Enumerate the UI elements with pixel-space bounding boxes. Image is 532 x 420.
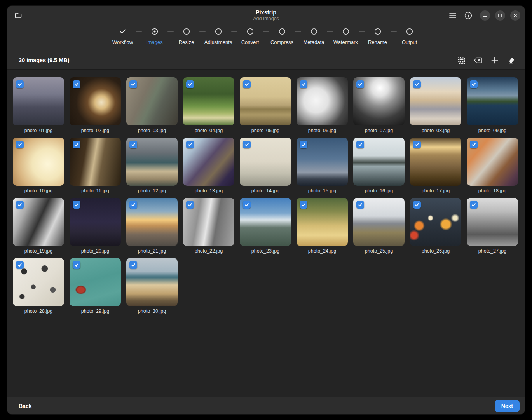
gallery-item[interactable]: photo_07.jpg xyxy=(353,77,405,133)
photo-thumbnail[interactable] xyxy=(13,198,64,246)
gallery-item[interactable]: photo_25.jpg xyxy=(353,198,405,254)
step-metadata[interactable]: Metadata xyxy=(301,27,327,45)
selected-checkbox[interactable] xyxy=(186,141,194,148)
gallery-item[interactable]: photo_21.jpg xyxy=(126,198,178,254)
photo-thumbnail[interactable] xyxy=(183,77,234,125)
photo-thumbnail[interactable] xyxy=(126,198,178,246)
selected-checkbox[interactable] xyxy=(73,141,80,148)
selected-checkbox[interactable] xyxy=(413,201,421,209)
selected-checkbox[interactable] xyxy=(186,80,194,88)
photo-thumbnail[interactable] xyxy=(353,198,405,246)
back-button[interactable]: Back xyxy=(19,400,35,412)
selected-checkbox[interactable] xyxy=(73,80,80,88)
photo-thumbnail[interactable] xyxy=(13,258,64,306)
clear-all-button[interactable] xyxy=(505,54,518,67)
photo-thumbnail[interactable] xyxy=(297,198,348,246)
selected-checkbox[interactable] xyxy=(243,201,251,209)
minimize-button[interactable] xyxy=(480,10,490,21)
gallery-item[interactable]: photo_05.jpg xyxy=(240,77,291,133)
photo-thumbnail[interactable] xyxy=(70,77,121,125)
maximize-button[interactable] xyxy=(495,10,505,21)
photo-thumbnail[interactable] xyxy=(126,258,178,306)
photo-thumbnail[interactable] xyxy=(297,77,348,125)
photo-thumbnail[interactable] xyxy=(240,138,291,186)
gallery-item[interactable]: photo_03.jpg xyxy=(126,77,178,133)
selected-checkbox[interactable] xyxy=(129,201,137,209)
selected-checkbox[interactable] xyxy=(300,80,307,88)
photo-thumbnail[interactable] xyxy=(13,77,64,125)
step-output[interactable]: Output xyxy=(397,27,422,45)
selected-checkbox[interactable] xyxy=(73,201,80,209)
gallery-item[interactable]: photo_11.jpg xyxy=(70,138,121,193)
gallery-item[interactable]: photo_09.jpg xyxy=(467,77,518,133)
gallery-item[interactable]: photo_13.jpg xyxy=(183,138,234,193)
gallery-item[interactable]: photo_28.jpg xyxy=(13,258,64,314)
photo-thumbnail[interactable] xyxy=(410,77,461,125)
photo-thumbnail[interactable] xyxy=(70,198,121,246)
gallery-item[interactable]: photo_08.jpg xyxy=(410,77,461,133)
gallery-item[interactable]: photo_27.jpg xyxy=(467,198,518,254)
gallery-item[interactable]: photo_29.jpg xyxy=(70,258,121,314)
photo-thumbnail[interactable] xyxy=(126,77,178,125)
photo-thumbnail[interactable] xyxy=(70,138,121,186)
step-workflow[interactable]: Workflow xyxy=(110,27,136,45)
selected-checkbox[interactable] xyxy=(73,261,80,269)
selected-checkbox[interactable] xyxy=(413,141,421,148)
remove-selected-button[interactable] xyxy=(471,54,485,67)
gallery-item[interactable]: photo_01.jpg xyxy=(13,77,64,133)
selected-checkbox[interactable] xyxy=(470,141,478,148)
gallery-item[interactable]: photo_15.jpg xyxy=(297,138,348,193)
selected-checkbox[interactable] xyxy=(16,80,24,88)
selected-checkbox[interactable] xyxy=(16,141,24,148)
gallery-item[interactable]: photo_12.jpg xyxy=(126,138,178,193)
gallery-item[interactable]: photo_16.jpg xyxy=(353,138,405,193)
open-folder-button[interactable] xyxy=(12,9,25,22)
photo-thumbnail[interactable] xyxy=(467,138,518,186)
step-watermark[interactable]: Watermark xyxy=(333,27,359,45)
selected-checkbox[interactable] xyxy=(470,201,478,209)
photo-thumbnail[interactable] xyxy=(183,198,234,246)
photo-thumbnail[interactable] xyxy=(410,138,461,186)
selected-checkbox[interactable] xyxy=(243,80,251,88)
about-button[interactable] xyxy=(462,9,475,22)
photo-thumbnail[interactable] xyxy=(13,138,64,186)
selected-checkbox[interactable] xyxy=(470,80,478,88)
gallery-item[interactable]: photo_26.jpg xyxy=(410,198,461,254)
selected-checkbox[interactable] xyxy=(300,201,307,209)
photo-thumbnail[interactable] xyxy=(467,198,518,246)
add-images-button[interactable] xyxy=(488,54,501,67)
gallery-item[interactable]: photo_19.jpg xyxy=(13,198,64,254)
photo-thumbnail[interactable] xyxy=(410,198,461,246)
photo-thumbnail[interactable] xyxy=(353,77,405,125)
selected-checkbox[interactable] xyxy=(186,201,194,209)
selected-checkbox[interactable] xyxy=(129,141,137,148)
photo-thumbnail[interactable] xyxy=(240,77,291,125)
next-button[interactable]: Next xyxy=(495,400,520,412)
gallery-item[interactable]: photo_04.jpg xyxy=(183,77,234,133)
photo-thumbnail[interactable] xyxy=(297,138,348,186)
gallery-item[interactable]: photo_22.jpg xyxy=(183,198,234,254)
gallery-item[interactable]: photo_24.jpg xyxy=(297,198,348,254)
selected-checkbox[interactable] xyxy=(243,141,251,148)
selected-checkbox[interactable] xyxy=(16,201,24,209)
step-convert[interactable]: Convert xyxy=(237,27,263,45)
photo-thumbnail[interactable] xyxy=(126,138,178,186)
step-resize[interactable]: Resize xyxy=(174,27,199,45)
selected-checkbox[interactable] xyxy=(356,201,364,209)
selected-checkbox[interactable] xyxy=(356,141,364,148)
gallery-item[interactable]: photo_18.jpg xyxy=(467,138,518,193)
photo-thumbnail[interactable] xyxy=(240,198,291,246)
gallery-item[interactable]: photo_14.jpg xyxy=(240,138,291,193)
gallery-item[interactable]: photo_02.jpg xyxy=(70,77,121,133)
step-rename[interactable]: Rename xyxy=(365,27,391,45)
selected-checkbox[interactable] xyxy=(129,80,137,88)
selected-checkbox[interactable] xyxy=(356,80,364,88)
main-menu-button[interactable] xyxy=(446,9,459,22)
gallery-item[interactable]: photo_20.jpg xyxy=(70,198,121,254)
photo-thumbnail[interactable] xyxy=(467,77,518,125)
close-button[interactable] xyxy=(510,10,520,21)
photo-thumbnail[interactable] xyxy=(70,258,121,306)
gallery-item[interactable]: photo_23.jpg xyxy=(240,198,291,254)
step-compress[interactable]: Compress xyxy=(269,27,295,45)
step-images[interactable]: Images xyxy=(142,27,167,45)
